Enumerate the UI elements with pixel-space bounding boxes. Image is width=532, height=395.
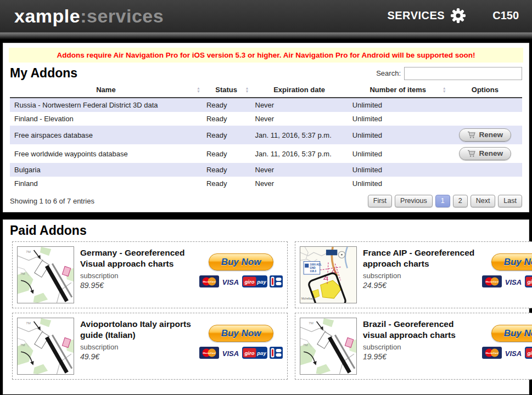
cell-expiration: Never bbox=[251, 112, 348, 126]
column-label: Options bbox=[472, 86, 499, 94]
paid-addons-title: Paid Addons bbox=[10, 223, 87, 238]
column-header-items[interactable]: Number of items ▲▼ bbox=[348, 83, 448, 98]
chart-thumbnail bbox=[300, 318, 357, 375]
giropay-icon bbox=[242, 275, 267, 287]
table-row: Bulgaria Ready Never Unlimited bbox=[10, 163, 522, 177]
chart-thumbnail bbox=[300, 246, 357, 303]
renew-label: Renew bbox=[479, 149, 503, 157]
card-type: subscription bbox=[80, 343, 193, 351]
column-header-status[interactable]: Status ▲▼ bbox=[202, 83, 251, 98]
header-divider bbox=[0, 31, 532, 40]
pagination-page-2[interactable]: 2 bbox=[453, 195, 468, 207]
sort-icon: ▲▼ bbox=[443, 87, 446, 93]
cell-items: Unlimited bbox=[348, 112, 448, 126]
pagination-first[interactable]: First bbox=[368, 195, 392, 207]
cell-items: Unlimited bbox=[348, 126, 448, 144]
mastercard-icon bbox=[482, 275, 502, 287]
cell-expiration: Never bbox=[251, 177, 348, 190]
buy-now-button[interactable]: Buy Now bbox=[491, 325, 532, 342]
account-label[interactable]: C150 bbox=[492, 9, 519, 22]
table-row: Free worldwide waypoints database Ready … bbox=[10, 144, 522, 163]
brand-logo[interactable]: xample:services bbox=[14, 7, 164, 25]
nav-services[interactable]: SERVICES bbox=[387, 9, 445, 22]
cart-icon bbox=[467, 150, 476, 157]
renew-button[interactable]: Renew bbox=[459, 147, 512, 160]
column-label: Expiration date bbox=[273, 86, 325, 94]
cell-expiration: Jan. 11, 2016, 5:37 p.m. bbox=[251, 144, 348, 163]
carte-bancaire-icon bbox=[270, 275, 283, 287]
column-label: Status bbox=[215, 86, 237, 94]
addon-card: Brazil - Georeferenced visual approach c… bbox=[295, 313, 532, 380]
card-type: subscription bbox=[80, 272, 193, 280]
addon-card: Germany - Georeferenced Visual approach … bbox=[12, 241, 288, 308]
pagination-previous[interactable]: Previous bbox=[395, 195, 433, 207]
cell-items: Unlimited bbox=[348, 177, 448, 190]
pagination-next[interactable]: Next bbox=[471, 195, 496, 207]
table-row: Russia - Nortwestern Federal District 3D… bbox=[10, 98, 522, 112]
buy-now-button[interactable]: Buy Now bbox=[209, 325, 273, 342]
card-price: 89.95€ bbox=[80, 281, 193, 290]
buy-now-button[interactable]: Buy Now bbox=[209, 253, 273, 270]
renew-button[interactable]: Renew bbox=[459, 128, 512, 142]
visa-icon bbox=[504, 347, 523, 359]
table-header-row: Name ▲▼ Status ▲▼ Expiration date Number… bbox=[10, 83, 522, 98]
cart-icon bbox=[467, 131, 476, 139]
logo-secondary: :services bbox=[80, 5, 164, 26]
card-price: 24.95€ bbox=[363, 281, 476, 290]
mastercard-icon bbox=[482, 347, 502, 359]
card-title: France AIP - Georeferenced approach char… bbox=[363, 247, 476, 269]
card-title: Germany - Georeferenced Visual approach … bbox=[80, 247, 193, 269]
logo-primary: xample bbox=[14, 5, 80, 26]
cell-status: Ready bbox=[202, 163, 251, 177]
table-row: Free airspaces database Ready Jan. 11, 2… bbox=[10, 126, 522, 144]
card-title: Avioportolano Italy airports guide (Ital… bbox=[80, 319, 193, 341]
pagination-page-1[interactable]: 1 bbox=[435, 195, 450, 207]
cell-options bbox=[448, 177, 522, 190]
column-header-options: Options bbox=[448, 83, 522, 98]
cell-options bbox=[448, 163, 522, 177]
cell-name: Free airspaces database bbox=[10, 126, 202, 144]
card-title: Brazil - Georeferenced visual approach c… bbox=[363, 319, 476, 341]
visa-icon bbox=[504, 275, 523, 287]
cell-options: Renew bbox=[448, 144, 522, 163]
renew-label: Renew bbox=[479, 131, 503, 139]
app-header: xample:services SERVICES C150 bbox=[0, 0, 532, 31]
cell-name: Finland - Elevation bbox=[10, 112, 202, 126]
table-row: Finland - Elevation Ready Never Unlimite… bbox=[10, 112, 522, 126]
pagination-last[interactable]: Last bbox=[498, 195, 522, 207]
visa-icon bbox=[221, 275, 240, 287]
my-addons-title: My Addons bbox=[10, 66, 77, 81]
visa-icon bbox=[221, 347, 240, 359]
buy-now-button[interactable]: Buy Now bbox=[491, 253, 532, 270]
my-addons-panel: Addons require Air Navigation Pro for iO… bbox=[3, 43, 529, 212]
addons-table: Name ▲▼ Status ▲▼ Expiration date Number… bbox=[10, 83, 522, 190]
column-header-name[interactable]: Name ▲▼ bbox=[10, 83, 202, 98]
gear-icon[interactable] bbox=[450, 8, 466, 24]
paid-addons-panel: Paid Addons Germany - Georeferenced Visu… bbox=[3, 219, 529, 394]
cell-name: Bulgaria bbox=[10, 163, 202, 177]
paid-addons-grid: Germany - Georeferenced Visual approach … bbox=[12, 241, 520, 380]
cell-status: Ready bbox=[202, 177, 251, 190]
cell-items: Unlimited bbox=[348, 163, 448, 177]
pagination: First Previous 1 2 Next Last bbox=[368, 195, 522, 207]
cell-options: Renew bbox=[448, 126, 522, 144]
card-price: 19.95€ bbox=[363, 352, 476, 361]
mastercard-icon bbox=[199, 275, 219, 287]
cell-name: Finland bbox=[10, 177, 202, 190]
chart-thumbnail bbox=[17, 318, 74, 375]
cell-items: Unlimited bbox=[348, 144, 448, 163]
cell-expiration: Jan. 11, 2016, 5:37 p.m. bbox=[251, 126, 348, 144]
column-header-expiration: Expiration date bbox=[251, 83, 348, 98]
giropay-icon bbox=[525, 347, 532, 359]
cell-options bbox=[448, 112, 522, 126]
search-input[interactable] bbox=[404, 67, 522, 80]
cell-name: Russia - Nortwestern Federal District 3D… bbox=[10, 98, 202, 112]
chart-thumbnail bbox=[17, 246, 74, 303]
cell-expiration: Never bbox=[251, 163, 348, 177]
cell-options bbox=[448, 98, 522, 112]
giropay-icon bbox=[242, 347, 267, 359]
carte-bancaire-icon bbox=[270, 347, 283, 359]
cell-status: Ready bbox=[202, 112, 251, 126]
payment-methods bbox=[482, 275, 532, 287]
card-price: 49.9€ bbox=[80, 352, 193, 361]
